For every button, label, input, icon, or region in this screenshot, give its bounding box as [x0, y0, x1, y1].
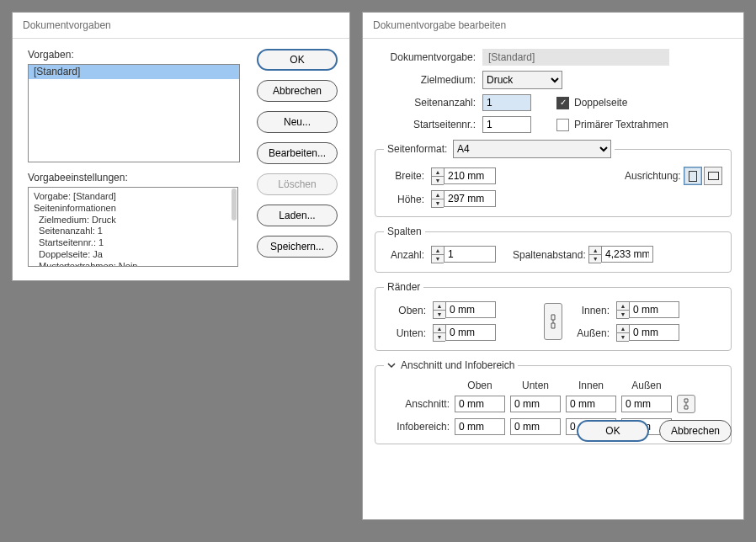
- column-gap-spinner[interactable]: ▲▼: [588, 246, 653, 263]
- margin-inner-spinner[interactable]: ▲▼: [616, 301, 679, 319]
- column-gap-label: Spaltenabstand:: [513, 249, 586, 261]
- link-bleed-button[interactable]: [677, 395, 695, 413]
- margin-top-spinner[interactable]: ▲▼: [433, 301, 496, 319]
- bleed-slug-legend: Anschnitt und Infobereich: [401, 359, 514, 371]
- bleed-top-input[interactable]: [455, 396, 505, 412]
- margins-legend: Ränder: [384, 281, 423, 293]
- save-button[interactable]: Speichern...: [257, 236, 338, 258]
- presets-listbox[interactable]: [Standard]: [28, 64, 240, 162]
- new-button[interactable]: Neu...: [257, 111, 338, 133]
- intent-select[interactable]: Druck: [482, 71, 562, 89]
- page-format-group: Seitenformat: A4 Breite: ▲▼ Ausrichtung:…: [375, 140, 732, 217]
- pages-input[interactable]: [482, 94, 531, 111]
- up-icon[interactable]: ▲: [432, 191, 444, 199]
- height-spinner[interactable]: ▲▼: [431, 190, 496, 208]
- width-spinner[interactable]: ▲▼: [431, 167, 496, 185]
- bleed-outer-input[interactable]: [621, 396, 672, 412]
- margin-outer-label: Außen:: [567, 327, 616, 339]
- col-inner: Innen: [566, 380, 616, 391]
- startpage-input[interactable]: [482, 116, 531, 133]
- chevron-down-icon: [387, 361, 396, 369]
- preset-name-field[interactable]: [Standard]: [482, 49, 669, 66]
- ok-button[interactable]: OK: [577, 420, 649, 442]
- bleed-bottom-input[interactable]: [510, 396, 561, 412]
- down-icon[interactable]: ▼: [432, 254, 444, 263]
- margin-top-label: Oben:: [384, 305, 433, 316]
- check-icon: [556, 119, 569, 131]
- pages-label: Seitenanzahl:: [375, 97, 482, 109]
- columns-legend: Spalten: [384, 226, 425, 237]
- ok-button[interactable]: OK: [257, 49, 338, 71]
- scrollbar-thumb[interactable]: [232, 189, 237, 221]
- column-count-spinner[interactable]: ▲▼: [431, 246, 496, 263]
- check-icon: ✓: [556, 97, 569, 109]
- col-top: Oben: [455, 380, 505, 391]
- startpage-label: Startseitennr.:: [375, 119, 482, 130]
- settings-label: Vorgabeeinstellungen:: [28, 172, 128, 183]
- slug-bottom-input[interactable]: [510, 418, 561, 435]
- dialog-title: Dokumentvorgaben: [13, 13, 349, 39]
- down-icon[interactable]: ▼: [589, 254, 601, 263]
- facing-pages-checkbox[interactable]: ✓ Doppelseite: [556, 97, 627, 109]
- settings-textarea[interactable]: Vorgabe: [Standard] Seiteninformationen …: [28, 187, 238, 267]
- settings-text: Vorgabe: [Standard] Seiteninformationen …: [34, 191, 232, 267]
- up-icon[interactable]: ▲: [432, 168, 444, 176]
- link-icon: [683, 398, 689, 410]
- facing-pages-label: Doppelseite: [574, 97, 627, 109]
- delete-button: Löschen: [257, 173, 338, 195]
- svg-rect-1: [708, 173, 718, 180]
- edit-button[interactable]: Bearbeiten...: [257, 142, 338, 164]
- intent-label: Zielmedium:: [375, 74, 482, 86]
- primary-text-frame-label: Primärer Textrahmen: [574, 119, 668, 130]
- svg-rect-0: [689, 171, 697, 181]
- dialog-title: Dokumentvorgabe bearbeiten: [363, 13, 743, 39]
- column-count-label: Anzahl:: [384, 249, 431, 261]
- presets-label: Vorgaben:: [28, 49, 74, 61]
- slug-label: Infobereich:: [384, 421, 450, 433]
- up-icon[interactable]: ▲: [432, 247, 444, 254]
- down-icon[interactable]: ▼: [432, 176, 444, 184]
- slug-top-input[interactable]: [455, 418, 505, 435]
- width-label: Breite:: [384, 170, 431, 182]
- down-icon[interactable]: ▼: [432, 199, 444, 207]
- margins-group: Ränder Oben: ▲▼ Unten: ▲▼: [375, 281, 732, 351]
- edit-document-preset-dialog: Dokumentvorgabe bearbeiten Dokumentvorga…: [362, 12, 744, 520]
- columns-group: Spalten Anzahl: ▲▼ Spaltenabstand: ▲▼: [375, 226, 732, 273]
- up-icon[interactable]: ▲: [589, 247, 601, 254]
- orientation-label: Ausrichtung:: [625, 170, 681, 182]
- margin-bottom-spinner[interactable]: ▲▼: [433, 324, 496, 342]
- orientation-portrait-button[interactable]: [684, 167, 702, 185]
- page-size-select[interactable]: A4: [453, 140, 611, 158]
- preset-item-standard[interactable]: [Standard]: [29, 65, 239, 79]
- height-input[interactable]: [444, 190, 496, 207]
- link-icon: [550, 314, 556, 329]
- width-input[interactable]: [444, 167, 496, 184]
- margin-outer-spinner[interactable]: ▲▼: [616, 324, 679, 342]
- page-format-label: Seitenformat:: [387, 143, 447, 155]
- link-margins-button[interactable]: [544, 303, 562, 340]
- margin-inner-label: Innen:: [567, 305, 616, 316]
- height-label: Höhe:: [384, 194, 431, 205]
- bleed-label: Anschnitt:: [384, 398, 450, 410]
- column-count-input[interactable]: [444, 246, 496, 263]
- preset-name-label: Dokumentvorgabe:: [375, 51, 482, 63]
- margin-bottom-label: Unten:: [384, 327, 433, 339]
- primary-text-frame-checkbox[interactable]: Primärer Textrahmen: [556, 119, 668, 131]
- bleed-slug-toggle[interactable]: Anschnitt und Infobereich: [384, 359, 518, 371]
- column-gap-input[interactable]: [601, 246, 653, 263]
- cancel-button[interactable]: Abbrechen: [659, 420, 732, 442]
- document-presets-dialog: Dokumentvorgaben Vorgaben: [Standard] OK…: [12, 12, 350, 281]
- col-outer: Außen: [621, 380, 672, 391]
- col-bottom: Unten: [510, 380, 561, 391]
- orientation-landscape-button[interactable]: [704, 167, 722, 185]
- cancel-button[interactable]: Abbrechen: [257, 80, 338, 102]
- load-button[interactable]: Laden...: [257, 205, 338, 226]
- bleed-inner-input[interactable]: [566, 396, 616, 412]
